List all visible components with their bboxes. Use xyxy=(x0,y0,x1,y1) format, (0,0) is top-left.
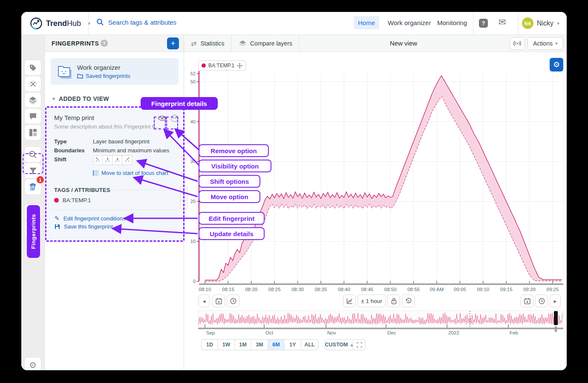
chart-body: 010203040505208:1008:1508:2008:2508:3008… xyxy=(184,52,567,370)
trendhub-logo-icon xyxy=(30,17,43,30)
nav-tab-work-organizer[interactable]: Work organizer xyxy=(383,16,435,29)
move-to-start-link[interactable]: Move to start of focus chart xyxy=(93,170,168,176)
fingerprints-panel-tab[interactable]: Fingerprints xyxy=(27,205,40,258)
view-title: New view xyxy=(390,40,417,47)
zoom-1d-button[interactable]: 1D xyxy=(202,340,218,350)
cleanse-rail-button[interactable] xyxy=(24,76,41,92)
divider xyxy=(88,12,89,35)
tags-rail-button[interactable] xyxy=(24,60,41,76)
search-input[interactable]: Search tags & attributes xyxy=(108,19,176,26)
chart-settings-button[interactable]: ⚙ xyxy=(550,58,563,71)
nav-tab-home[interactable]: Home xyxy=(354,16,379,29)
user-menu[interactable]: NA Nicky ▾ xyxy=(522,17,559,29)
pan-left-button[interactable]: ◂ xyxy=(199,294,210,307)
add-fingerprint-button[interactable]: + xyxy=(167,37,179,49)
zoom-1w-button[interactable]: 1W xyxy=(218,340,235,350)
shift-up-button[interactable] xyxy=(103,155,112,165)
main-chart-svg[interactable]: 010203040505208:1008:1508:2008:2508:3008… xyxy=(184,52,567,370)
time-range-button[interactable]: ± 1 hour xyxy=(357,294,386,307)
panel-resize-handle[interactable]: ⦀ xyxy=(180,186,187,200)
divider xyxy=(52,210,178,210)
comments-rail-button[interactable] xyxy=(24,108,41,124)
actions-button[interactable]: Actions ▾ xyxy=(527,37,563,50)
annotation-details-badge: Fingerprint details xyxy=(141,97,218,110)
shift-left-button[interactable] xyxy=(93,155,103,165)
workspace-title: Work organizer xyxy=(77,64,120,71)
zoom-all-button[interactable]: ALL xyxy=(301,340,318,350)
calendar-icon xyxy=(216,298,222,304)
dashboard-rail-button[interactable] xyxy=(24,124,41,140)
panel-close-button[interactable]: × xyxy=(180,200,187,209)
settings-rail-button[interactable]: ⚙ xyxy=(24,357,41,370)
shift-down-button[interactable] xyxy=(112,155,122,165)
edit-fingerprint-link[interactable]: ✎ Edit fingerprint conditions xyxy=(55,215,126,222)
history-button[interactable] xyxy=(402,294,415,307)
help-icon[interactable]: ? xyxy=(479,19,488,28)
calendar-end-button[interactable] xyxy=(521,294,533,307)
svg-text:2022: 2022 xyxy=(448,330,459,335)
svg-text:Nov: Nov xyxy=(327,330,336,335)
custom-range-button[interactable]: CUSTOM ▴ xyxy=(325,340,353,350)
svg-text:08:45: 08:45 xyxy=(361,287,373,292)
fingerprints-rail-button[interactable]: 1 xyxy=(24,179,41,195)
comment-icon xyxy=(29,112,37,120)
save-fingerprint-link[interactable]: Save this fingerprint xyxy=(55,223,113,230)
layers-rail-button[interactable] xyxy=(24,92,41,108)
floppy-save-icon xyxy=(55,224,60,229)
clock-end-button[interactable] xyxy=(535,294,548,307)
clock-start-button[interactable] xyxy=(227,294,239,307)
panel-help-icon[interactable]: ? xyxy=(101,40,108,47)
dotted-grid-icon xyxy=(93,170,98,176)
svg-text:09:05: 09:05 xyxy=(454,287,466,292)
trend-scale-button[interactable] xyxy=(343,294,356,307)
series-chip-label: BA:TEMP.1 xyxy=(208,63,234,69)
remove-minus-circle-icon[interactable] xyxy=(170,114,179,123)
visibility-eye-icon[interactable] xyxy=(158,115,167,122)
fingerprint-count-badge: 1 xyxy=(37,176,44,183)
zoom-6m-button[interactable]: 6M xyxy=(268,340,285,350)
added-to-view-header: ADDED TO VIEW xyxy=(59,95,109,102)
nav-tab-monitoring[interactable]: Monitoring xyxy=(433,16,471,29)
series-legend-chip[interactable]: BA:TEMP.1 xyxy=(198,60,246,71)
folder-icon xyxy=(77,74,83,79)
calendar-start-button[interactable] xyxy=(212,294,225,307)
expand-range-button[interactable] xyxy=(353,340,365,350)
expand-icon xyxy=(357,342,362,348)
user-name: Nicky xyxy=(537,20,553,27)
saved-fingerprints-link[interactable]: Saved fingerprints xyxy=(86,73,130,79)
brand-logo[interactable]: TrendHub ▾ xyxy=(30,17,90,30)
svg-text:09:25: 09:25 xyxy=(547,287,559,292)
tab-statistics[interactable]: ⇄ Statistics xyxy=(184,35,231,52)
caret-left-icon: ◂ xyxy=(203,298,206,304)
svg-text:08:15: 08:15 xyxy=(222,287,234,292)
avatar: NA xyxy=(522,17,533,29)
zoom-1y-button[interactable]: 1Y xyxy=(285,340,301,350)
svg-text:52: 52 xyxy=(190,71,196,76)
mail-icon[interactable]: ✉ xyxy=(499,17,506,27)
range-label: ± 1 hour xyxy=(361,298,382,304)
work-organizer-card[interactable]: Work organizer Saved fingerprints xyxy=(51,58,179,85)
fingerprints-panel: FINGERPRINTS ? + Work organizer Saved fi… xyxy=(45,35,184,370)
search-rail-button[interactable] xyxy=(24,146,41,163)
svg-text:08:50: 08:50 xyxy=(384,287,397,292)
close-icon: × xyxy=(182,202,186,208)
zoom-3m-button[interactable]: 3M xyxy=(251,340,268,350)
trend-chart-icon xyxy=(346,298,353,304)
tab-compare-layers[interactable]: Compare layers xyxy=(232,35,300,52)
dashboard-icon xyxy=(29,129,37,137)
collapse-triangle-icon[interactable]: ▾ xyxy=(52,96,55,102)
broadcast-button[interactable] xyxy=(510,37,525,50)
history-clock-icon xyxy=(405,298,412,304)
swap-arrows-icon: ⇄ xyxy=(191,40,196,48)
edit-fingerprint-label: Edit fingerprint conditions xyxy=(63,215,126,222)
svg-text:40: 40 xyxy=(190,119,196,124)
drag-bars-icon: ⦀ xyxy=(183,190,185,196)
global-search[interactable]: Search tags & attributes xyxy=(96,18,176,26)
layers-icon xyxy=(29,96,37,104)
svg-text:Oct: Oct xyxy=(265,330,274,335)
zoom-1m-button[interactable]: 1M xyxy=(235,340,251,350)
fingerprint-title: My Temp print xyxy=(54,114,94,121)
lock-button[interactable] xyxy=(387,294,400,307)
pan-right-button[interactable]: ▸ xyxy=(550,294,561,307)
shift-right-button[interactable] xyxy=(122,155,132,165)
